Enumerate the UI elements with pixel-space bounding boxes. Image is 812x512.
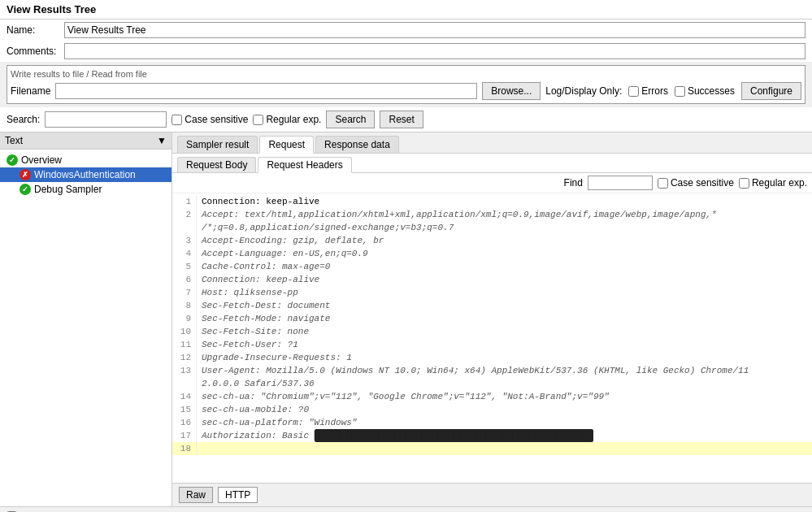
bottom-tab-raw[interactable]: Raw	[179, 487, 213, 503]
case-sensitive-label[interactable]: Case sensitive	[172, 114, 248, 125]
line-content: Connection: keep-alive	[202, 273, 812, 286]
code-line: 4Accept-Language: en-US,en;q=0.9	[172, 247, 812, 260]
scroll-check-row: Scroll automatically?	[0, 506, 812, 512]
find-case-checkbox[interactable]	[658, 178, 668, 189]
code-area[interactable]: 1Connection: keep-alive2Accept: text/htm…	[172, 193, 812, 483]
code-line: 2.0.0.0 Safari/537.36	[172, 377, 812, 390]
successes-checkbox-label[interactable]: Successes	[675, 85, 735, 97]
errors-checkbox[interactable]	[628, 86, 639, 97]
overview-icon: ✓	[7, 154, 18, 166]
find-regex-label[interactable]: Regular exp.	[739, 177, 807, 189]
successes-label: Successes	[688, 85, 735, 97]
code-line: 9Sec-Fetch-Mode: navigate	[172, 312, 812, 325]
regular-exp-text: Regular exp.	[266, 114, 321, 125]
find-label: Find	[564, 177, 583, 189]
title-text: View Results Tree	[7, 3, 96, 15]
code-line: 5Cache-Control: max-age=0	[172, 260, 812, 273]
find-case-label[interactable]: Case sensitive	[658, 177, 734, 189]
tabs-row: Sampler result Request Response data	[172, 132, 812, 154]
title-bar: View Results Tree	[0, 0, 812, 20]
bottom-row: Raw HTTP	[172, 483, 812, 506]
line-content: User-Agent: Mozilla/5.0 (Windows NT 10.0…	[202, 364, 812, 377]
line-content: Cache-Control: max-age=0	[202, 260, 812, 273]
code-line: 17Authorization: Basic █████████████████…	[172, 429, 812, 442]
sub-tab-request-headers[interactable]: Request Headers	[258, 157, 351, 173]
tree-content: ✓ Overview ✗ WindowsAuthentication ✓ Deb…	[0, 150, 172, 506]
line-content: /*;q=0.8,application/signed-exchange;v=b…	[202, 221, 812, 234]
find-regex-checkbox[interactable]	[739, 178, 749, 189]
line-number	[172, 221, 197, 234]
regular-exp-checkbox[interactable]	[253, 115, 263, 125]
file-row: Filename Browse... Log/Display Only: Err…	[11, 82, 801, 100]
code-line: 10Sec-Fetch-Site: none	[172, 325, 812, 338]
line-number: 18	[172, 442, 197, 455]
line-number: 1	[172, 195, 197, 208]
tree-chevron-icon[interactable]: ▼	[157, 135, 167, 146]
regular-exp-label[interactable]: Regular exp.	[253, 114, 321, 125]
filename-label: Filename	[11, 85, 50, 97]
search-label: Search:	[7, 114, 40, 125]
bottom-tab-http[interactable]: HTTP	[218, 487, 258, 503]
code-line: 7Host: qliksense-pp	[172, 286, 812, 299]
line-number: 12	[172, 351, 197, 364]
windows-auth-label: WindowsAuthentication	[34, 169, 136, 180]
line-number: 8	[172, 299, 197, 312]
tab-request[interactable]: Request	[259, 136, 314, 154]
name-input[interactable]	[64, 22, 805, 38]
line-number: 4	[172, 247, 197, 260]
tree-item-windows-auth[interactable]: ✗ WindowsAuthentication	[0, 167, 172, 182]
tree-item-debug-sampler[interactable]: ✓ Debug Sampler	[0, 182, 172, 197]
comments-input[interactable]	[64, 43, 805, 59]
filename-input[interactable]	[55, 83, 477, 99]
file-section-title: Write results to file / Read from file	[11, 69, 801, 79]
line-number: 17	[172, 429, 197, 442]
tree-panel: Text ▼ ✓ Overview ✗ WindowsAuthenticatio…	[0, 132, 172, 506]
line-content: sec-ch-ua-platform: "Windows"	[202, 416, 812, 429]
main-area: Text ▼ ✓ Overview ✗ WindowsAuthenticatio…	[0, 132, 812, 506]
errors-checkbox-label[interactable]: Errors	[628, 85, 668, 97]
sub-tab-request-body[interactable]: Request Body	[177, 157, 256, 172]
line-content: Connection: keep-alive	[202, 195, 812, 208]
tree-item-overview[interactable]: ✓ Overview	[0, 153, 172, 167]
line-content: Upgrade-Insecure-Requests: 1	[202, 351, 812, 364]
successes-checkbox[interactable]	[675, 86, 685, 97]
search-button[interactable]: Search	[326, 111, 375, 128]
code-line: 18	[172, 442, 812, 455]
code-line: 1Connection: keep-alive	[172, 195, 812, 208]
tree-header: Text ▼	[0, 132, 172, 150]
log-display-area: Log/Display Only: Errors Successes Confi…	[545, 82, 801, 100]
errors-label: Errors	[641, 85, 668, 97]
code-line: 3Accept-Encoding: gzip, deflate, br	[172, 234, 812, 247]
code-line: 12Upgrade-Insecure-Requests: 1	[172, 351, 812, 364]
tab-response-data[interactable]: Response data	[315, 136, 399, 153]
debug-sampler-icon: ✓	[20, 184, 31, 195]
code-line: 11Sec-Fetch-User: ?1	[172, 338, 812, 351]
line-number: 2	[172, 208, 197, 221]
code-line: 8Sec-Fetch-Dest: document	[172, 299, 812, 312]
line-number: 15	[172, 403, 197, 416]
line-content: Sec-Fetch-User: ?1	[202, 338, 812, 351]
line-content: Sec-Fetch-Mode: navigate	[202, 312, 812, 325]
find-input[interactable]	[588, 176, 653, 190]
log-display-label: Log/Display Only:	[545, 85, 622, 97]
line-number	[172, 377, 197, 390]
line-number: 13	[172, 364, 197, 377]
line-content	[202, 442, 812, 455]
line-content: Host: qliksense-pp	[202, 286, 812, 299]
reset-button[interactable]: Reset	[380, 111, 423, 128]
tab-sampler-result[interactable]: Sampler result	[177, 136, 258, 153]
browse-button[interactable]: Browse...	[482, 82, 541, 100]
code-line: 14sec-ch-ua: "Chromium";v="112", "Google…	[172, 390, 812, 403]
code-line: 15sec-ch-ua-mobile: ?0	[172, 403, 812, 416]
line-content: Sec-Fetch-Dest: document	[202, 299, 812, 312]
line-number: 11	[172, 338, 197, 351]
find-row: Find Case sensitive Regular exp.	[172, 173, 812, 193]
line-number: 3	[172, 234, 197, 247]
line-number: 10	[172, 325, 197, 338]
case-sensitive-checkbox[interactable]	[172, 115, 182, 125]
right-panel: Sampler result Request Response data Req…	[172, 132, 812, 506]
configure-button[interactable]: Configure	[741, 82, 801, 100]
code-line: 16sec-ch-ua-platform: "Windows"	[172, 416, 812, 429]
search-input[interactable]	[45, 111, 167, 128]
code-line: 2Accept: text/html,application/xhtml+xml…	[172, 208, 812, 221]
